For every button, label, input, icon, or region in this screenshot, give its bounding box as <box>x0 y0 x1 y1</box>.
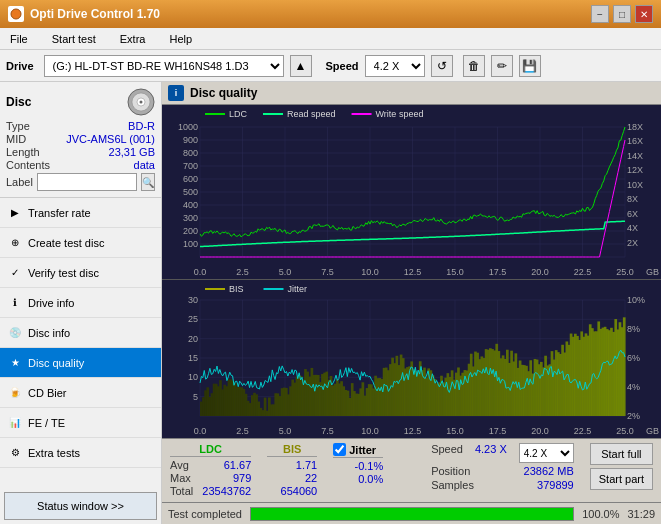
jitter-stat-col: Jitter -0.1% 0.0% <box>333 443 383 498</box>
status-completed-text: Test completed <box>168 508 242 520</box>
jitter-total <box>333 486 383 498</box>
bis-avg: 1.71 <box>267 459 317 471</box>
status-window-button[interactable]: Status window >> <box>4 492 157 520</box>
ldc-total: 23543762 <box>201 485 251 497</box>
save-button[interactable]: 💾 <box>519 55 541 77</box>
stats-panel: LDC Avg 61.67 Max 979 Total 23543762 BIS <box>162 438 661 502</box>
nav-verify-test-disc[interactable]: ✓ Verify test disc <box>0 258 161 288</box>
bis-total: 654060 <box>267 485 317 497</box>
label-search-button[interactable]: 🔍 <box>141 173 155 191</box>
start-part-button[interactable]: Start part <box>590 468 653 490</box>
quality-header-icon: i <box>168 85 184 101</box>
disc-title: Disc <box>6 95 31 109</box>
maximize-button[interactable]: □ <box>613 5 631 23</box>
create-test-disc-icon: ⊕ <box>8 236 22 250</box>
disc-panel: Disc Type BD-R MID JVC-AMS6L (001) Lengt… <box>0 82 161 198</box>
nav-create-test-disc[interactable]: ⊕ Create test disc <box>0 228 161 258</box>
max-label: Max <box>170 472 191 484</box>
progress-percent: 100.0% <box>582 508 619 520</box>
ldc-max: 979 <box>201 472 251 484</box>
nav-disc-quality[interactable]: ★ Disc quality <box>0 348 161 378</box>
app-icon <box>8 6 24 22</box>
verify-test-disc-icon: ✓ <box>8 266 22 280</box>
title-text: Opti Drive Control 1.70 <box>30 7 160 21</box>
progress-fill <box>251 508 573 520</box>
nav-verify-test-disc-label: Verify test disc <box>28 267 99 279</box>
nav-drive-info[interactable]: ℹ Drive info <box>0 288 161 318</box>
menu-help[interactable]: Help <box>163 31 198 47</box>
jitter-header: Jitter <box>333 443 383 458</box>
disc-icon <box>127 88 155 116</box>
bis-max: 22 <box>267 472 317 484</box>
nav-extra-tests-label: Extra tests <box>28 447 80 459</box>
ldc-stat-col: LDC Avg 61.67 Max 979 Total 23543762 <box>170 443 251 497</box>
nav-extra-tests[interactable]: ⚙ Extra tests <box>0 438 161 468</box>
bottom-chart <box>162 280 661 438</box>
menu-bar: File Start test Extra Help <box>0 28 661 50</box>
menu-extra[interactable]: Extra <box>114 31 152 47</box>
nav-transfer-rate[interactable]: ▶ Transfer rate <box>0 198 161 228</box>
drive-select[interactable]: (G:) HL-DT-ST BD-RE WH16NS48 1.D3 <box>44 55 284 77</box>
svg-point-4 <box>140 101 143 104</box>
nav-disc-quality-label: Disc quality <box>28 357 84 369</box>
menu-start-test[interactable]: Start test <box>46 31 102 47</box>
top-chart-wrapper <box>162 105 661 280</box>
bis-header: BIS <box>267 443 317 457</box>
jitter-check-label[interactable]: Jitter <box>333 443 383 456</box>
speed-stat-value: 4.23 X <box>475 443 507 463</box>
minimize-button[interactable]: − <box>591 5 609 23</box>
speed-stat-label: Speed <box>431 443 463 463</box>
nav-create-test-disc-label: Create test disc <box>28 237 104 249</box>
top-chart <box>162 105 661 279</box>
jitter-checkbox[interactable] <box>333 443 346 456</box>
contents-value: data <box>134 159 155 171</box>
transfer-rate-icon: ▶ <box>8 206 22 220</box>
drive-info-icon: ℹ <box>8 296 22 310</box>
content-area: i Disc quality LDC Avg 61.67 <box>162 82 661 524</box>
nav-list: ▶ Transfer rate ⊕ Create test disc ✓ Ver… <box>0 198 161 488</box>
menu-file[interactable]: File <box>4 31 34 47</box>
title-bar: Opti Drive Control 1.70 − □ ✕ <box>0 0 661 28</box>
cd-bier-icon: 🍺 <box>8 386 22 400</box>
samples-label: Samples <box>431 479 474 491</box>
length-value: 23,31 GB <box>109 146 155 158</box>
nav-fe-te-label: FE / TE <box>28 417 65 429</box>
progress-time: 31:29 <box>627 508 655 520</box>
length-label: Length <box>6 146 40 158</box>
speed-select[interactable]: 4.2 X Max 2 X 1 X <box>365 55 425 77</box>
speed-label: Speed <box>326 60 359 72</box>
quality-title: Disc quality <box>190 86 257 100</box>
nav-fe-te[interactable]: 📊 FE / TE <box>0 408 161 438</box>
disc-info-icon: 💿 <box>8 326 22 340</box>
nav-cd-bier[interactable]: 🍺 CD Bier <box>0 378 161 408</box>
quality-header: i Disc quality <box>162 82 661 105</box>
drive-label: Drive <box>6 60 34 72</box>
mid-value: JVC-AMS6L (001) <box>66 133 155 145</box>
nav-transfer-rate-label: Transfer rate <box>28 207 91 219</box>
mid-label: MID <box>6 133 26 145</box>
close-button[interactable]: ✕ <box>635 5 653 23</box>
start-full-button[interactable]: Start full <box>590 443 653 465</box>
position-label: Position <box>431 465 470 477</box>
type-label: Type <box>6 120 30 132</box>
nav-disc-info[interactable]: 💿 Disc info <box>0 318 161 348</box>
eject-button[interactable]: ▲ <box>290 55 312 77</box>
drive-toolbar: Drive (G:) HL-DT-ST BD-RE WH16NS48 1.D3 … <box>0 50 661 82</box>
progress-bar-area: Test completed 100.0% 31:29 <box>162 502 661 524</box>
type-value: BD-R <box>128 120 155 132</box>
label-key: Label <box>6 176 33 188</box>
avg-label: Avg <box>170 459 189 471</box>
disc-quality-icon: ★ <box>8 356 22 370</box>
label-input[interactable] <box>37 173 137 191</box>
extra-tests-icon: ⚙ <box>8 446 22 460</box>
edit-button[interactable]: ✏ <box>491 55 513 77</box>
ldc-avg: 61.67 <box>201 459 251 471</box>
bottom-chart-wrapper <box>162 280 661 438</box>
progress-track <box>250 507 574 521</box>
main-area: Disc Type BD-R MID JVC-AMS6L (001) Lengt… <box>0 82 661 524</box>
samples-value: 379899 <box>537 479 574 491</box>
jitter-max: 0.0% <box>333 473 383 485</box>
speed-stat-select[interactable]: 4.2 X <box>519 443 574 463</box>
delete-button[interactable]: 🗑 <box>463 55 485 77</box>
refresh-button[interactable]: ↺ <box>431 55 453 77</box>
